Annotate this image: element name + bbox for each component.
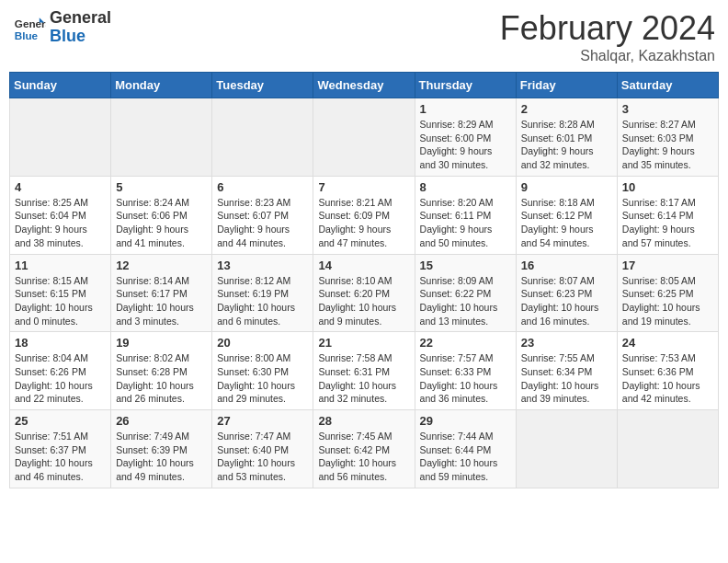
calendar-week-0: 1Sunrise: 8:29 AM Sunset: 6:00 PM Daylig… [10, 98, 719, 177]
calendar-cell: 2Sunrise: 8:28 AM Sunset: 6:01 PM Daylig… [516, 98, 617, 177]
day-number: 6 [217, 180, 308, 194]
calendar-cell: 25Sunrise: 7:51 AM Sunset: 6:37 PM Dayli… [10, 410, 111, 488]
day-info: Sunrise: 8:23 AM Sunset: 6:07 PM Dayligh… [217, 196, 308, 250]
day-number: 24 [622, 336, 713, 350]
day-info: Sunrise: 8:21 AM Sunset: 6:09 PM Dayligh… [318, 196, 409, 250]
day-number: 3 [622, 102, 713, 116]
day-number: 29 [420, 414, 511, 428]
calendar-cell: 11Sunrise: 8:15 AM Sunset: 6:15 PM Dayli… [10, 254, 111, 332]
calendar-cell: 10Sunrise: 8:17 AM Sunset: 6:14 PM Dayli… [617, 176, 718, 254]
logo-general: General [50, 9, 111, 28]
day-number: 10 [622, 180, 713, 194]
calendar-cell: 17Sunrise: 8:05 AM Sunset: 6:25 PM Dayli… [617, 254, 718, 332]
calendar-cell: 18Sunrise: 8:04 AM Sunset: 6:26 PM Dayli… [10, 332, 111, 410]
day-number: 4 [15, 180, 106, 194]
day-number: 11 [15, 259, 106, 272]
calendar-cell: 4Sunrise: 8:25 AM Sunset: 6:04 PM Daylig… [10, 176, 111, 254]
header-day-tuesday: Tuesday [212, 73, 313, 98]
calendar-week-1: 4Sunrise: 8:25 AM Sunset: 6:04 PM Daylig… [10, 176, 719, 254]
day-info: Sunrise: 8:07 AM Sunset: 6:23 PM Dayligh… [521, 274, 612, 328]
day-number: 5 [116, 180, 207, 194]
day-number: 26 [116, 414, 207, 428]
day-info: Sunrise: 7:45 AM Sunset: 6:42 PM Dayligh… [318, 430, 409, 484]
day-info: Sunrise: 7:58 AM Sunset: 6:31 PM Dayligh… [318, 351, 409, 406]
calendar-cell: 8Sunrise: 8:20 AM Sunset: 6:11 PM Daylig… [415, 176, 516, 254]
day-number: 27 [217, 414, 308, 428]
calendar-cell: 9Sunrise: 8:18 AM Sunset: 6:12 PM Daylig… [516, 176, 617, 254]
calendar-cell: 22Sunrise: 7:57 AM Sunset: 6:33 PM Dayli… [415, 332, 516, 410]
location: Shalqar, Kazakhstan [500, 48, 715, 64]
calendar-cell: 12Sunrise: 8:14 AM Sunset: 6:17 PM Dayli… [111, 254, 212, 332]
day-info: Sunrise: 8:10 AM Sunset: 6:20 PM Dayligh… [318, 274, 409, 328]
calendar-cell: 7Sunrise: 8:21 AM Sunset: 6:09 PM Daylig… [313, 176, 415, 254]
calendar-week-3: 18Sunrise: 8:04 AM Sunset: 6:26 PM Dayli… [10, 332, 719, 410]
day-info: Sunrise: 8:00 AM Sunset: 6:30 PM Dayligh… [217, 351, 308, 406]
calendar-cell: 5Sunrise: 8:24 AM Sunset: 6:06 PM Daylig… [111, 176, 212, 254]
header-day-sunday: Sunday [10, 73, 111, 98]
day-info: Sunrise: 7:55 AM Sunset: 6:34 PM Dayligh… [521, 351, 612, 406]
day-number: 15 [420, 259, 511, 272]
header-day-saturday: Saturday [617, 73, 718, 98]
calendar-cell: 24Sunrise: 7:53 AM Sunset: 6:36 PM Dayli… [617, 332, 718, 410]
day-number: 9 [521, 180, 612, 194]
calendar-cell: 26Sunrise: 7:49 AM Sunset: 6:39 PM Dayli… [111, 410, 212, 488]
day-info: Sunrise: 7:47 AM Sunset: 6:40 PM Dayligh… [217, 430, 308, 484]
calendar-week-2: 11Sunrise: 8:15 AM Sunset: 6:15 PM Dayli… [10, 254, 719, 332]
day-info: Sunrise: 8:09 AM Sunset: 6:22 PM Dayligh… [420, 274, 511, 328]
day-number: 16 [521, 259, 612, 272]
day-number: 22 [420, 336, 511, 350]
month-year: February 2024 [500, 9, 715, 48]
day-info: Sunrise: 8:18 AM Sunset: 6:12 PM Dayligh… [521, 196, 612, 250]
day-number: 12 [116, 259, 207, 272]
day-info: Sunrise: 8:05 AM Sunset: 6:25 PM Dayligh… [622, 274, 713, 328]
logo: General Blue General Blue [13, 9, 111, 46]
calendar-cell [111, 98, 212, 177]
header-day-monday: Monday [111, 73, 212, 98]
header: General Blue General Blue February 2024 … [9, 9, 719, 64]
svg-text:Blue: Blue [15, 29, 39, 40]
day-number: 21 [318, 336, 409, 350]
day-number: 25 [15, 414, 106, 428]
day-info: Sunrise: 7:49 AM Sunset: 6:39 PM Dayligh… [116, 430, 207, 484]
day-info: Sunrise: 8:24 AM Sunset: 6:06 PM Dayligh… [116, 196, 207, 250]
day-info: Sunrise: 8:14 AM Sunset: 6:17 PM Dayligh… [116, 274, 207, 328]
calendar-cell: 21Sunrise: 7:58 AM Sunset: 6:31 PM Dayli… [313, 332, 415, 410]
day-number: 8 [420, 180, 511, 194]
day-info: Sunrise: 8:17 AM Sunset: 6:14 PM Dayligh… [622, 196, 713, 250]
calendar-body: 1Sunrise: 8:29 AM Sunset: 6:00 PM Daylig… [10, 98, 719, 488]
header-row: SundayMondayTuesdayWednesdayThursdayFrid… [10, 73, 719, 98]
calendar-cell: 6Sunrise: 8:23 AM Sunset: 6:07 PM Daylig… [212, 176, 313, 254]
logo-icon: General Blue [13, 11, 46, 44]
calendar-cell [617, 410, 718, 488]
calendar-table: SundayMondayTuesdayWednesdayThursdayFrid… [9, 72, 719, 488]
calendar-cell [516, 410, 617, 488]
svg-text:General: General [15, 17, 46, 29]
day-info: Sunrise: 8:25 AM Sunset: 6:04 PM Dayligh… [15, 196, 106, 250]
calendar-cell: 29Sunrise: 7:44 AM Sunset: 6:44 PM Dayli… [415, 410, 516, 488]
day-info: Sunrise: 8:29 AM Sunset: 6:00 PM Dayligh… [420, 118, 511, 172]
day-number: 23 [521, 336, 612, 350]
day-number: 18 [15, 336, 106, 350]
calendar-header: SundayMondayTuesdayWednesdayThursdayFrid… [10, 73, 719, 98]
day-number: 19 [116, 336, 207, 350]
calendar-cell: 13Sunrise: 8:12 AM Sunset: 6:19 PM Dayli… [212, 254, 313, 332]
calendar-cell: 14Sunrise: 8:10 AM Sunset: 6:20 PM Dayli… [313, 254, 415, 332]
header-day-wednesday: Wednesday [313, 73, 415, 98]
day-info: Sunrise: 8:27 AM Sunset: 6:03 PM Dayligh… [622, 118, 713, 172]
day-number: 1 [420, 102, 511, 116]
day-info: Sunrise: 8:12 AM Sunset: 6:19 PM Dayligh… [217, 274, 308, 328]
calendar-cell: 27Sunrise: 7:47 AM Sunset: 6:40 PM Dayli… [212, 410, 313, 488]
calendar-cell: 20Sunrise: 8:00 AM Sunset: 6:30 PM Dayli… [212, 332, 313, 410]
calendar-cell [10, 98, 111, 177]
calendar-cell: 1Sunrise: 8:29 AM Sunset: 6:00 PM Daylig… [415, 98, 516, 177]
day-info: Sunrise: 7:53 AM Sunset: 6:36 PM Dayligh… [622, 351, 713, 406]
day-info: Sunrise: 8:20 AM Sunset: 6:11 PM Dayligh… [420, 196, 511, 250]
day-number: 13 [217, 259, 308, 272]
day-info: Sunrise: 8:15 AM Sunset: 6:15 PM Dayligh… [15, 274, 106, 328]
day-info: Sunrise: 8:02 AM Sunset: 6:28 PM Dayligh… [116, 351, 207, 406]
header-day-friday: Friday [516, 73, 617, 98]
day-number: 7 [318, 180, 409, 194]
day-info: Sunrise: 8:28 AM Sunset: 6:01 PM Dayligh… [521, 118, 612, 172]
calendar-cell: 15Sunrise: 8:09 AM Sunset: 6:22 PM Dayli… [415, 254, 516, 332]
calendar-cell: 23Sunrise: 7:55 AM Sunset: 6:34 PM Dayli… [516, 332, 617, 410]
